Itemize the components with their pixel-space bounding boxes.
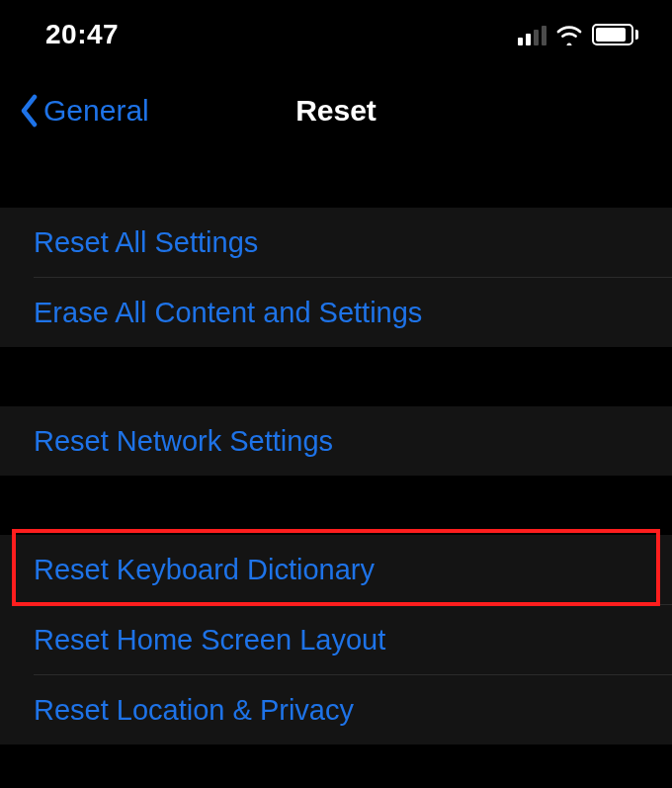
battery-icon [592, 24, 638, 45]
status-indicators [518, 24, 638, 45]
back-label: General [43, 94, 149, 128]
section-gap [0, 347, 672, 406]
reset-all-settings[interactable]: Reset All Settings [0, 208, 672, 277]
section-gap [0, 153, 672, 208]
group-3: Reset Keyboard Dictionary Reset Home Scr… [0, 535, 672, 744]
row-label: Reset Location & Privacy [34, 694, 354, 727]
reset-keyboard-dictionary[interactable]: Reset Keyboard Dictionary [0, 535, 672, 604]
reset-home-screen-layout[interactable]: Reset Home Screen Layout [0, 605, 672, 674]
cellular-signal-icon [518, 24, 546, 45]
chevron-left-icon [20, 94, 40, 128]
row-label: Erase All Content and Settings [34, 297, 422, 329]
status-bar: 20:47 [0, 0, 672, 69]
page-title: Reset [295, 94, 377, 128]
wifi-icon [554, 24, 584, 45]
nav-header: General Reset [0, 69, 672, 153]
erase-all-content[interactable]: Erase All Content and Settings [0, 278, 672, 347]
row-label: Reset All Settings [34, 226, 258, 259]
row-label: Reset Home Screen Layout [34, 624, 385, 657]
row-label: Reset Keyboard Dictionary [34, 554, 375, 586]
content: Reset All Settings Erase All Content and… [0, 153, 672, 744]
row-label: Reset Network Settings [34, 425, 333, 458]
group-2: Reset Network Settings [0, 406, 672, 476]
reset-location-privacy[interactable]: Reset Location & Privacy [0, 675, 672, 744]
status-time: 20:47 [45, 19, 119, 50]
section-gap [0, 476, 672, 535]
back-button[interactable]: General [20, 94, 149, 128]
group-1: Reset All Settings Erase All Content and… [0, 208, 672, 347]
reset-network-settings[interactable]: Reset Network Settings [0, 406, 672, 476]
